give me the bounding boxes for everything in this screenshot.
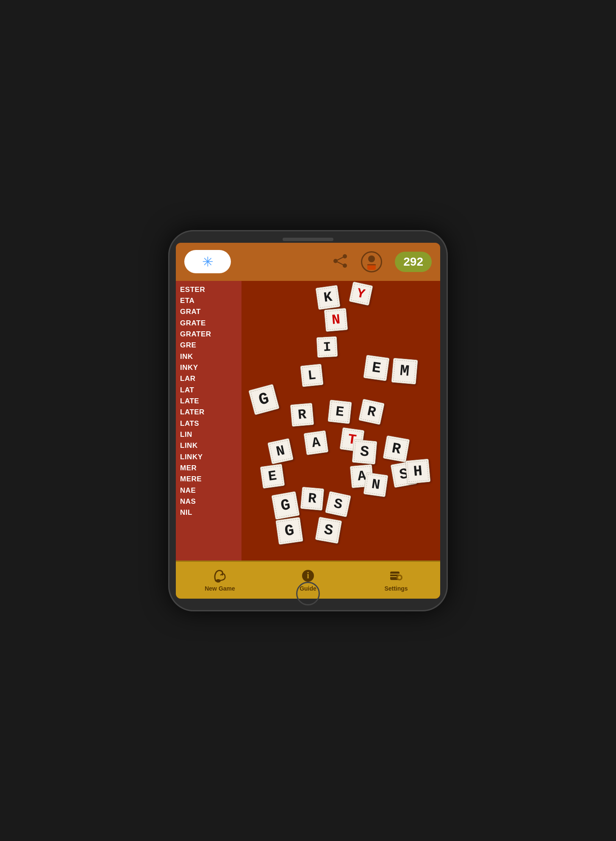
list-item: LATE: [180, 396, 237, 407]
share-icon: [332, 253, 348, 269]
letter-tile[interactable]: S: [315, 516, 342, 544]
settings-label: Settings: [384, 585, 408, 592]
letter-tile[interactable]: R: [359, 399, 385, 425]
guide-label: Guide: [300, 585, 316, 592]
letter-tile[interactable]: N: [324, 308, 348, 331]
list-item: MERE: [180, 474, 237, 485]
profile-icon: [364, 254, 379, 270]
svg-point-5: [368, 255, 375, 262]
letter-tile[interactable]: R: [290, 403, 314, 427]
settings-icon: [388, 568, 404, 583]
letter-tile[interactable]: G: [249, 384, 280, 415]
settings-button[interactable]: Settings: [352, 568, 440, 592]
letter-tile[interactable]: L: [300, 364, 323, 387]
letter-tile[interactable]: E: [363, 355, 389, 381]
score-badge: 292: [395, 252, 432, 272]
list-item: GRE: [180, 340, 237, 351]
letter-tile[interactable]: R: [300, 487, 324, 511]
share-button[interactable]: [332, 253, 348, 271]
guide-icon: i: [300, 568, 316, 583]
guide-button[interactable]: i Guide: [264, 568, 352, 592]
list-item: GRAT: [180, 306, 237, 317]
svg-point-13: [398, 576, 401, 579]
device-frame: ✳: [168, 230, 448, 611]
list-item: NAS: [180, 496, 237, 507]
letter-tile[interactable]: I: [316, 336, 338, 357]
score-value: 292: [403, 255, 423, 268]
letter-tile[interactable]: S: [325, 491, 351, 517]
list-item: GRATE: [180, 318, 237, 329]
svg-line-3: [336, 256, 345, 261]
letter-tile[interactable]: A: [304, 430, 329, 455]
letter-tile[interactable]: E: [328, 400, 352, 424]
letter-tile[interactable]: K: [316, 285, 341, 310]
svg-line-4: [336, 261, 345, 266]
snowflake-icon: ✳: [202, 254, 214, 270]
svg-text:i: i: [307, 571, 309, 580]
header: ✳: [176, 243, 440, 281]
list-item: INK: [180, 351, 237, 362]
letter-tile[interactable]: E: [260, 464, 285, 489]
screen: ✳: [176, 243, 440, 599]
new-game-label: New Game: [205, 585, 235, 592]
header-icons: 292: [332, 251, 432, 272]
letter-tile[interactable]: N: [363, 472, 388, 497]
list-item: LATS: [180, 418, 237, 429]
letter-tile[interactable]: M: [391, 358, 418, 385]
list-item: LATER: [180, 407, 237, 418]
snowflake-button[interactable]: ✳: [184, 250, 231, 273]
letter-tile[interactable]: G: [271, 491, 300, 519]
list-item: NAE: [180, 485, 237, 496]
profile-button[interactable]: [361, 251, 382, 272]
letter-tile[interactable]: N: [267, 438, 294, 464]
list-item: LAT: [180, 385, 237, 396]
list-item: MER: [180, 463, 237, 474]
list-item: ETA: [180, 295, 237, 306]
list-item: LIN: [180, 429, 237, 440]
list-item: LAR: [180, 373, 237, 384]
letter-tile[interactable]: R: [383, 436, 410, 463]
letter-tile[interactable]: G: [276, 517, 304, 545]
game-area[interactable]: KYNILEMGRERATNSREANSHGRSGS: [241, 281, 440, 561]
new-game-icon: [212, 568, 228, 583]
word-list: ESTERETAGRATGRATEGRATERGREINKINKYLARLATL…: [176, 281, 241, 561]
letter-tile[interactable]: S: [352, 439, 377, 464]
letter-tile[interactable]: H: [405, 459, 431, 484]
list-item: LINKY: [180, 452, 237, 463]
letter-tile[interactable]: Y: [349, 282, 373, 306]
new-game-button[interactable]: New Game: [176, 568, 264, 592]
list-item: ESTER: [180, 284, 237, 295]
list-item: NIL: [180, 507, 237, 518]
list-item: LINK: [180, 440, 237, 451]
list-item: GRATER: [180, 329, 237, 340]
bottom-bar: New Game i Guide Settings: [176, 561, 440, 599]
list-item: INKY: [180, 362, 237, 373]
main-content: ESTERETAGRATGRATEGRATERGREINKINKYLARLATL…: [176, 281, 440, 561]
